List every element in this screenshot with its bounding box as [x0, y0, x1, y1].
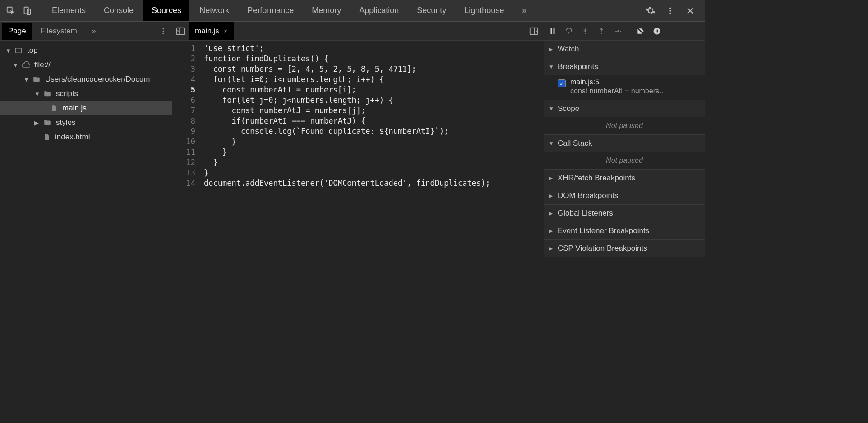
step-over-icon[interactable]	[563, 25, 575, 37]
section-header-breakpoints[interactable]: ▼ Breakpoints	[544, 58, 705, 75]
section-title: Scope	[558, 104, 579, 113]
section-header-callstack[interactable]: ▼ Call Stack	[544, 135, 705, 152]
section-dom: ▶ DOM Breakpoints	[544, 187, 705, 205]
svg-rect-13	[554, 28, 555, 34]
section-header-scope[interactable]: ▼ Scope	[544, 100, 705, 117]
section-title: Watch	[558, 45, 579, 54]
step-icon[interactable]	[612, 25, 623, 37]
svg-rect-19	[656, 29, 657, 32]
folder-icon	[42, 118, 52, 128]
tree-label: file://	[34, 60, 51, 69]
section-watch: ▶ Watch	[544, 41, 705, 58]
deactivate-breakpoints-icon[interactable]	[635, 25, 646, 37]
pause-script-icon[interactable]	[547, 25, 559, 37]
inspect-element-icon[interactable]	[4, 4, 18, 18]
file-icon	[49, 103, 59, 113]
breakpoint-checkbox[interactable]	[558, 79, 566, 87]
editor-file-tab[interactable]: main.js ×	[189, 22, 234, 40]
section-xhr: ▶ XHR/fetch Breakpoints	[544, 170, 705, 187]
code-editor[interactable]: 1234567891011121314 'use strict';functio…	[172, 41, 544, 335]
section-event: ▶ Event Listener Breakpoints	[544, 222, 705, 240]
navigator-more-icon[interactable]	[157, 24, 170, 38]
code-content[interactable]: 'use strict';function findDuplicates() {…	[200, 41, 490, 335]
chevron-right-icon: ▶	[34, 120, 41, 126]
section-title: Breakpoints	[558, 62, 598, 71]
section-header-event[interactable]: ▶ Event Listener Breakpoints	[544, 222, 705, 239]
tree-label: main.js	[62, 104, 87, 113]
toggle-navigator-icon[interactable]	[172, 23, 189, 39]
tab-network[interactable]: Network	[191, 0, 237, 21]
chevron-down-icon: ▼	[34, 91, 41, 97]
section-title: CSP Violation Breakpoints	[558, 244, 647, 253]
tab-application[interactable]: Application	[351, 0, 407, 21]
file-tab-label: main.js	[195, 27, 219, 36]
breakpoint-location: main.js:5	[570, 78, 666, 86]
debugger-panel: ▶ Watch ▼ Breakpoints main.js:5 const nu…	[544, 22, 705, 335]
svg-rect-20	[657, 29, 658, 32]
callstack-not-paused: Not paused	[544, 152, 705, 169]
tab-elements[interactable]: Elements	[44, 0, 94, 21]
tree-label: Users/cleancoderocker/Docum	[45, 75, 150, 84]
tree-folder-users[interactable]: ▼ Users/cleancoderocker/Docum	[0, 72, 172, 87]
settings-gear-icon[interactable]	[643, 4, 658, 18]
chevron-right-icon: ▶	[549, 210, 555, 216]
tree-label: index.html	[55, 133, 90, 142]
tree-file-mainjs[interactable]: main.js	[0, 101, 172, 115]
separator	[39, 5, 39, 17]
tab-sources[interactable]: Sources	[143, 0, 189, 21]
toggle-debugger-icon[interactable]	[526, 23, 542, 39]
chevron-right-icon: ▶	[549, 175, 555, 181]
svg-point-16	[601, 33, 602, 34]
tabs-overflow[interactable]: »	[514, 0, 535, 21]
section-title: XHR/fetch Breakpoints	[558, 174, 635, 183]
navigator-tab-page[interactable]: Page	[2, 23, 32, 40]
step-out-icon[interactable]	[596, 25, 607, 37]
line-number-gutter[interactable]: 1234567891011121314	[172, 41, 200, 335]
tab-performance[interactable]: Performance	[239, 0, 302, 21]
close-devtools-icon[interactable]	[683, 4, 697, 18]
devtools-tabstrip: Elements Console Sources Network Perform…	[0, 0, 705, 22]
file-icon	[42, 132, 51, 142]
tab-lighthouse[interactable]: Lighthouse	[456, 0, 512, 21]
tab-console[interactable]: Console	[96, 0, 142, 21]
tree-folder-scripts[interactable]: ▼ scripts	[0, 87, 172, 101]
section-header-dom[interactable]: ▶ DOM Breakpoints	[544, 187, 705, 204]
kebab-menu-icon[interactable]	[663, 4, 678, 18]
tree-folder-styles[interactable]: ▶ styles	[0, 115, 172, 130]
breakpoint-item[interactable]: main.js:5 const numberAtI = numbers…	[558, 78, 700, 95]
device-toolbar-icon[interactable]	[20, 4, 34, 18]
svg-rect-9	[15, 48, 22, 53]
section-header-csp[interactable]: ▶ CSP Violation Breakpoints	[544, 240, 705, 257]
scope-not-paused: Not paused	[544, 117, 705, 134]
file-tree: ▼ top ▼ file:// ▼ Users/cleancoderocker/…	[0, 41, 172, 147]
section-csp: ▶ CSP Violation Breakpoints	[544, 240, 705, 257]
tab-memory[interactable]: Memory	[304, 0, 349, 21]
pause-on-exceptions-icon[interactable]	[651, 25, 663, 37]
section-callstack: ▼ Call Stack Not paused	[544, 135, 705, 170]
svg-point-6	[163, 28, 164, 29]
tab-security[interactable]: Security	[409, 0, 454, 21]
section-title: Call Stack	[558, 139, 592, 148]
section-header-global[interactable]: ▶ Global Listeners	[544, 205, 705, 222]
section-header-xhr[interactable]: ▶ XHR/fetch Breakpoints	[544, 170, 705, 187]
svg-point-18	[654, 28, 660, 34]
folder-icon	[32, 74, 42, 84]
step-into-icon[interactable]	[579, 25, 591, 37]
section-title: DOM Breakpoints	[558, 191, 618, 200]
editor-panel: main.js × 1234567891011121314 'use stric…	[172, 22, 544, 335]
tree-frame-top[interactable]: ▼ top	[0, 43, 172, 58]
chevron-down-icon: ▼	[549, 140, 555, 147]
breakpoint-snippet: const numberAtI = numbers…	[570, 87, 666, 95]
navigator-tab-filesystem[interactable]: Filesystem	[34, 23, 83, 40]
tree-origin[interactable]: ▼ file://	[0, 58, 172, 72]
frame-icon	[14, 46, 23, 55]
close-tab-icon[interactable]: ×	[224, 27, 228, 35]
svg-point-7	[163, 30, 164, 32]
section-header-watch[interactable]: ▶ Watch	[544, 41, 705, 58]
tree-file-indexhtml[interactable]: index.html	[0, 130, 172, 144]
chevron-down-icon: ▼	[549, 106, 555, 112]
debugger-sections: ▶ Watch ▼ Breakpoints main.js:5 const nu…	[544, 41, 705, 335]
chevron-down-icon: ▼	[23, 76, 30, 83]
section-scope: ▼ Scope Not paused	[544, 100, 705, 135]
navigator-tabs-overflow[interactable]: »	[85, 23, 102, 40]
